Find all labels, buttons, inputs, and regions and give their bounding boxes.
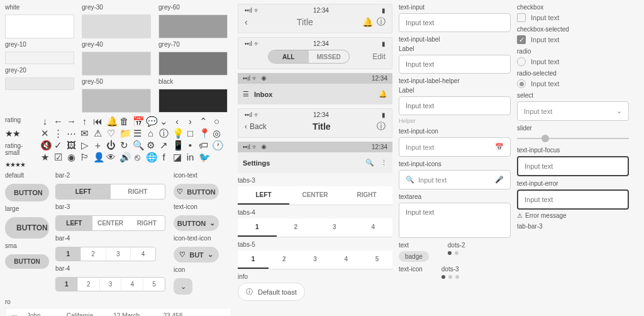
arrow-left-icon[interactable]: ← — [53, 116, 63, 126]
text-input-helper[interactable] — [399, 96, 511, 115]
seg5-4[interactable]: 4 — [121, 278, 143, 291]
tab5-2[interactable]: 2 — [269, 251, 299, 269]
text-input-labeled[interactable] — [399, 55, 511, 74]
chevron-down-icon[interactable]: ⌄ — [159, 116, 169, 126]
text-input-icon[interactable]: Input text📅 — [399, 137, 511, 157]
pill-all[interactable]: ALL — [269, 50, 309, 63]
dots-3[interactable] — [441, 275, 459, 279]
text-input-focus[interactable] — [517, 156, 629, 176]
back-chevron-icon[interactable]: ‹ — [245, 17, 248, 27]
info-icon[interactable]: ⓘ — [377, 16, 386, 28]
seg-right[interactable]: RIGHT — [111, 184, 165, 199]
checkbox-icon[interactable]: ☑ — [53, 152, 63, 162]
bell-icon[interactable]: 🔔 — [106, 116, 116, 126]
seg5-5[interactable]: 5 — [143, 278, 165, 291]
large-button[interactable]: BUTTON — [5, 217, 49, 239]
icon-only-button[interactable]: ⌄ — [174, 278, 192, 295]
tab5-1[interactable]: 1 — [238, 251, 269, 269]
trash-icon[interactable]: 🗑 — [119, 116, 129, 126]
bell-icon[interactable]: 🔔 — [379, 90, 387, 98]
bell-icon[interactable]: 🔔 — [362, 17, 373, 27]
slider[interactable] — [517, 134, 629, 143]
tabs-3[interactable]: LEFTCENTERRIGHT — [238, 186, 392, 205]
menu-icon[interactable]: ☰ — [243, 90, 249, 98]
tab5-3[interactable]: 3 — [299, 251, 330, 269]
pill-missed[interactable]: MISSED — [309, 50, 349, 63]
play-icon[interactable]: ▷ — [80, 140, 89, 150]
table-row[interactable]: John Smith Califarnia, CA 12 March 2018 … — [5, 308, 231, 316]
icon-text-button[interactable]: ♡BUTTON — [174, 184, 219, 200]
plus-icon[interactable]: ＋ — [93, 140, 103, 150]
segmented-bar-3[interactable]: LEFTCENTERRIGHT — [55, 215, 165, 231]
warning-icon[interactable]: ⚠ — [93, 128, 103, 138]
seg3-right[interactable]: RIGHT — [128, 216, 165, 230]
calendar-icon[interactable]: 📅 — [133, 116, 142, 126]
folder-icon[interactable]: 📁 — [119, 128, 129, 138]
linkedin-icon[interactable]: in — [186, 152, 195, 162]
arrow-up-icon[interactable]: ↑ — [80, 116, 89, 126]
image-icon[interactable]: 🖼 — [67, 140, 76, 150]
tab5-4[interactable]: 4 — [331, 251, 362, 269]
search-icon[interactable]: 🔍 — [365, 159, 374, 167]
tabs-5[interactable]: 12345 — [238, 251, 392, 269]
textarea[interactable] — [399, 203, 511, 238]
home-icon[interactable]: ⌂ — [146, 128, 155, 138]
circle-icon[interactable]: ○ — [212, 116, 221, 126]
rewind-icon[interactable]: ⏮ — [93, 116, 103, 126]
slider-thumb[interactable] — [541, 135, 549, 142]
menu-icon[interactable]: ☰ — [133, 128, 142, 138]
tab-center[interactable]: CENTER — [289, 186, 341, 205]
more-vert-icon[interactable]: ⋮ — [380, 159, 387, 167]
segmented-bar-2[interactable]: LEFTRIGHT — [55, 184, 165, 200]
radio[interactable]: Input text — [517, 57, 629, 66]
arrow-right-icon[interactable]: → — [67, 116, 76, 126]
default-button[interactable]: BUTTON — [5, 184, 49, 201]
square-icon[interactable]: □ — [186, 128, 195, 138]
chevron-up-icon[interactable]: ⌃ — [199, 116, 208, 126]
close-icon[interactable]: ✕ — [40, 128, 50, 138]
target-icon[interactable]: ◎ — [212, 128, 221, 138]
radio-icon[interactable]: ◉ — [67, 152, 76, 162]
arrow-down-icon[interactable]: ↓ — [40, 116, 50, 126]
chat-icon[interactable]: 💬 — [146, 116, 155, 126]
pill-segmented[interactable]: ALLMISSED — [268, 50, 350, 64]
logout-icon[interactable]: ⎋ — [133, 152, 142, 162]
tab-right[interactable]: RIGHT — [341, 186, 392, 205]
tag-icon[interactable]: 🏷 — [199, 140, 208, 150]
chevron-right-icon[interactable]: › — [186, 116, 195, 126]
back-button[interactable]: ‹Back — [245, 122, 267, 131]
tabs-4[interactable]: 1234 — [238, 218, 392, 237]
twitter-icon[interactable]: 🐦 — [199, 152, 208, 162]
mail-icon[interactable]: ✉ — [80, 128, 89, 138]
info-icon[interactable]: ⓘ — [377, 121, 386, 132]
checkbox[interactable]: Input text — [517, 13, 629, 22]
calendar-icon[interactable]: 📅 — [495, 143, 504, 151]
icon-text-icon-button[interactable]: ♡BUT⌄ — [174, 247, 219, 262]
tab4-3[interactable]: 3 — [315, 218, 354, 237]
facebook-icon[interactable]: f — [159, 152, 169, 162]
rating-stars-small[interactable]: ★★★★ — [5, 161, 36, 168]
text-icon-button[interactable]: BUTTON⌄ — [174, 215, 219, 231]
rating-stars[interactable]: ★★ — [5, 128, 36, 138]
seg4-1[interactable]: 1 — [56, 247, 80, 261]
radio-selected[interactable]: Input text — [517, 79, 629, 88]
check-icon[interactable]: ✓ — [53, 140, 63, 150]
seg5-3[interactable]: 3 — [99, 278, 121, 291]
sound-icon[interactable]: 🔊 — [119, 152, 129, 162]
more-horiz-icon[interactable]: ⋯ — [67, 128, 76, 138]
seg4-2[interactable]: 2 — [80, 247, 106, 261]
dots-2[interactable] — [448, 251, 465, 255]
tab5-5[interactable]: 5 — [362, 251, 392, 269]
seg4-3[interactable]: 3 — [106, 247, 131, 261]
sound-off-icon[interactable]: 🔇 — [40, 140, 50, 150]
segmented-bar-4[interactable]: 1234 — [55, 247, 156, 261]
tab4-2[interactable]: 2 — [277, 218, 316, 237]
eye-icon[interactable]: 👁 — [106, 152, 116, 162]
search-icon[interactable]: 🔍 — [133, 140, 142, 150]
edit-button[interactable]: Edit — [372, 52, 386, 61]
clock-icon[interactable]: 🕐 — [212, 140, 221, 150]
seg5-2[interactable]: 2 — [77, 278, 99, 291]
tab4-1[interactable]: 1 — [238, 218, 277, 237]
instagram-icon[interactable]: ◪ — [172, 152, 182, 162]
segmented-bar-5[interactable]: 12345 — [55, 277, 165, 291]
